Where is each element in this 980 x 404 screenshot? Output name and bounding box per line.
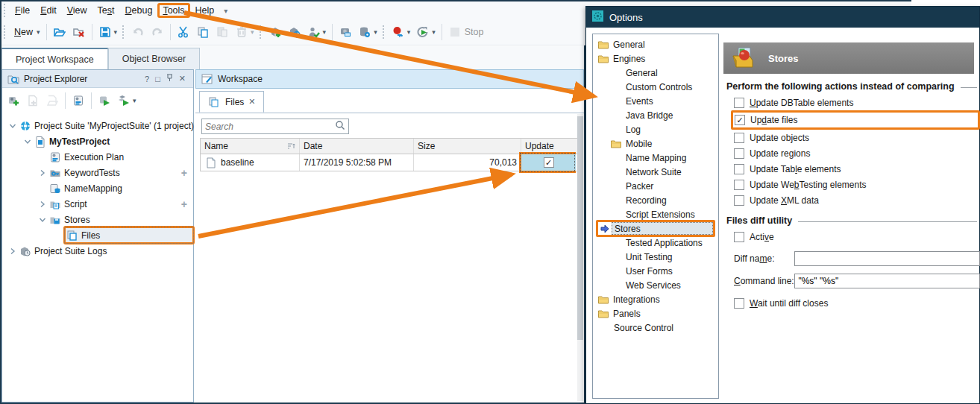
add-item-button[interactable] xyxy=(266,25,284,40)
options-tree-item-unit-testing[interactable]: Unit Testing xyxy=(593,250,718,264)
add-project-button[interactable] xyxy=(4,93,22,108)
checkbox-update-table-elements[interactable]: Update Table elements xyxy=(734,161,980,177)
options-tree-item-packer[interactable]: Packer xyxy=(593,179,718,193)
options-tree-item-user-forms[interactable]: User Forms xyxy=(593,264,718,278)
add-child-button[interactable]: + xyxy=(181,198,187,210)
caret-down-icon[interactable]: ▾ xyxy=(250,28,254,36)
options-tree-item-network-suite[interactable]: Network Suite xyxy=(593,165,718,179)
open-file-button[interactable] xyxy=(51,25,69,40)
options-tree-item-web-services[interactable]: Web Services xyxy=(593,278,718,292)
run-suite-button[interactable]: ▾ xyxy=(115,93,139,108)
menu-test[interactable]: Test xyxy=(92,3,120,18)
checkbox-box[interactable]: ✓ xyxy=(735,115,745,125)
checkpoint-button[interactable]: ▾ xyxy=(305,25,329,40)
column-header-size[interactable]: Size xyxy=(414,139,521,154)
tree-item-files[interactable]: Files xyxy=(2,227,193,243)
options-tree-item-engines[interactable]: Engines xyxy=(593,51,718,66)
checkbox-update-dbtable-elements[interactable]: Update DBTable elements xyxy=(734,95,980,110)
checkbox-active[interactable]: Active xyxy=(734,229,980,244)
menu-debug[interactable]: Debug xyxy=(120,3,158,18)
pin-icon[interactable] xyxy=(163,74,176,83)
chevron-down-icon[interactable] xyxy=(7,122,19,130)
caret-down-icon[interactable]: ▾ xyxy=(132,97,136,104)
tree-item-mytestproject[interactable]: MyTestProject xyxy=(2,133,193,149)
tree-item-project-suite-myprojectsuite-1-project[interactable]: Project Suite 'MyProjectSuite' (1 projec… xyxy=(2,118,193,133)
options-tree-item-tested-applications[interactable]: Tested Applications xyxy=(593,236,718,250)
checkbox-box[interactable] xyxy=(734,195,744,206)
options-tree-item-custom-controls[interactable]: Custom Controls xyxy=(593,80,718,94)
checkbox-update-files[interactable]: ✓Update files xyxy=(731,110,980,130)
record-button[interactable]: ▾ xyxy=(389,25,413,40)
menu-tools[interactable]: Tools xyxy=(157,3,189,18)
checkbox-box[interactable] xyxy=(734,232,744,242)
table-row[interactable]: baseline7/17/2019 5:02:58 PM70,013✓ xyxy=(201,154,578,171)
new-button[interactable]: New▾ xyxy=(10,25,43,39)
options-tree-item-general[interactable]: General xyxy=(593,37,718,51)
copy-button[interactable] xyxy=(194,25,212,40)
options-tree-item-mobile[interactable]: Mobile xyxy=(593,136,718,151)
chevron-right-icon[interactable] xyxy=(37,201,48,208)
diff-name-input[interactable] xyxy=(794,251,980,266)
column-header-date[interactable]: Date xyxy=(300,139,414,154)
options-tree-item-name-mapping[interactable]: Name Mapping xyxy=(593,151,718,165)
checkbox-box[interactable] xyxy=(734,148,744,159)
cut-button[interactable] xyxy=(175,25,192,40)
menu-file[interactable]: File xyxy=(10,3,35,18)
tree-item-execution-plan[interactable]: Execution Plan xyxy=(2,149,193,165)
checkbox-box[interactable] xyxy=(734,133,744,143)
caret-down-icon[interactable]: ▾ xyxy=(373,28,377,36)
caret-down-icon[interactable]: ▾ xyxy=(322,28,327,36)
options-tree-item-events[interactable]: Events xyxy=(593,94,718,108)
object-spy-button[interactable] xyxy=(286,25,304,40)
caret-down-icon[interactable]: ▾ xyxy=(406,28,411,36)
checkbox-box[interactable] xyxy=(734,180,744,190)
tab-project-workspace[interactable]: Project Workspace xyxy=(1,48,108,69)
options-tree-item-recording[interactable]: Recording xyxy=(593,193,718,207)
options-tree-item-log[interactable]: Log xyxy=(593,122,718,136)
save-button[interactable]: ▾ xyxy=(96,25,120,40)
caret-down-icon[interactable]: ▾ xyxy=(219,7,232,15)
run-project-button[interactable] xyxy=(95,93,113,108)
chevron-right-icon[interactable] xyxy=(37,169,48,177)
chevron-right-icon[interactable] xyxy=(7,247,19,255)
menu-help[interactable]: Help xyxy=(190,3,220,18)
options-tree-item-java-bridge[interactable]: Java Bridge xyxy=(593,108,718,122)
close-icon[interactable]: ✕ xyxy=(176,74,189,83)
caret-down-icon[interactable]: ▾ xyxy=(113,28,118,36)
db-checkpoint-button[interactable]: ▾ xyxy=(356,25,380,40)
tree-item-namemapping[interactable]: NameMapping xyxy=(2,180,193,196)
help-icon[interactable]: ? xyxy=(142,75,152,83)
checkbox-box[interactable] xyxy=(734,164,744,174)
menu-view[interactable]: View xyxy=(62,3,92,18)
execution-plan-button[interactable] xyxy=(69,93,87,108)
tree-item-project-suite-logs[interactable]: Project Suite Logs xyxy=(2,243,193,259)
caret-down-icon[interactable]: ▾ xyxy=(431,28,436,36)
column-header-update[interactable]: Update xyxy=(521,139,578,154)
command-line-input[interactable] xyxy=(794,274,980,288)
options-tree-item-source-control[interactable]: Source Control xyxy=(593,321,718,335)
caret-down-icon[interactable]: ▾ xyxy=(36,28,40,36)
checkbox-update-objects[interactable]: Update objects xyxy=(734,130,980,145)
checkbox-wait-until-diff-closes[interactable]: Wait until diff closes xyxy=(734,295,980,311)
tree-item-keywordtests[interactable]: KeywordTests+ xyxy=(2,165,193,180)
column-header-name[interactable]: Name xyxy=(201,139,300,154)
chevron-down-icon[interactable] xyxy=(22,138,34,145)
tab-files[interactable]: Files ✕ xyxy=(199,91,264,113)
maximize-icon[interactable]: □ xyxy=(152,75,163,83)
checkbox-update-xml-data[interactable]: Update XML data xyxy=(734,192,980,208)
checkbox-box[interactable] xyxy=(734,298,744,309)
chevron-down-icon[interactable] xyxy=(37,216,48,224)
checkbox-update-regions[interactable]: Update regions xyxy=(734,145,980,161)
add-child-button[interactable]: + xyxy=(181,167,187,179)
search-input[interactable] xyxy=(205,121,335,132)
vertical-scrollbar[interactable] xyxy=(577,114,583,401)
tree-item-script[interactable]: Script+ xyxy=(2,196,193,212)
scrollbar-thumb[interactable] xyxy=(577,116,583,340)
close-icon[interactable]: ✕ xyxy=(248,97,255,107)
options-tree-item-stores[interactable]: Stores xyxy=(593,221,718,236)
checkbox-update-webtesting-elements[interactable]: Update WebTesting elements xyxy=(734,177,980,192)
menu-edit[interactable]: Edit xyxy=(35,3,62,18)
update-checkbox[interactable]: ✓ xyxy=(544,157,554,168)
search-icon[interactable] xyxy=(335,120,345,133)
checkbox-box[interactable] xyxy=(734,98,744,108)
